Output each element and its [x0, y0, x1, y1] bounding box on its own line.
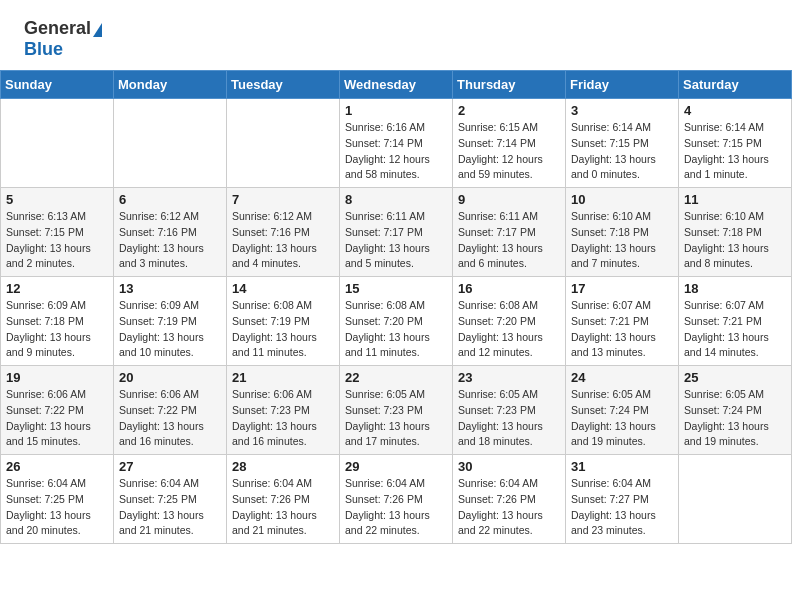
day-cell: 14Sunrise: 6:08 AMSunset: 7:19 PMDayligh… — [227, 277, 340, 366]
day-number: 29 — [345, 459, 447, 474]
day-number: 5 — [6, 192, 108, 207]
day-cell: 12Sunrise: 6:09 AMSunset: 7:18 PMDayligh… — [1, 277, 114, 366]
day-cell: 9Sunrise: 6:11 AMSunset: 7:17 PMDaylight… — [453, 188, 566, 277]
day-number: 6 — [119, 192, 221, 207]
day-info: Sunrise: 6:10 AMSunset: 7:18 PMDaylight:… — [684, 209, 786, 272]
day-info: Sunrise: 6:05 AMSunset: 7:23 PMDaylight:… — [458, 387, 560, 450]
day-info: Sunrise: 6:08 AMSunset: 7:19 PMDaylight:… — [232, 298, 334, 361]
week-row-5: 26Sunrise: 6:04 AMSunset: 7:25 PMDayligh… — [1, 455, 792, 544]
day-cell: 15Sunrise: 6:08 AMSunset: 7:20 PMDayligh… — [340, 277, 453, 366]
day-cell: 31Sunrise: 6:04 AMSunset: 7:27 PMDayligh… — [566, 455, 679, 544]
day-cell: 21Sunrise: 6:06 AMSunset: 7:23 PMDayligh… — [227, 366, 340, 455]
day-cell: 18Sunrise: 6:07 AMSunset: 7:21 PMDayligh… — [679, 277, 792, 366]
day-cell: 1Sunrise: 6:16 AMSunset: 7:14 PMDaylight… — [340, 99, 453, 188]
day-cell: 3Sunrise: 6:14 AMSunset: 7:15 PMDaylight… — [566, 99, 679, 188]
day-number: 18 — [684, 281, 786, 296]
day-number: 26 — [6, 459, 108, 474]
week-row-2: 5Sunrise: 6:13 AMSunset: 7:15 PMDaylight… — [1, 188, 792, 277]
day-number: 2 — [458, 103, 560, 118]
day-number: 13 — [119, 281, 221, 296]
day-cell: 17Sunrise: 6:07 AMSunset: 7:21 PMDayligh… — [566, 277, 679, 366]
day-info: Sunrise: 6:04 AMSunset: 7:25 PMDaylight:… — [119, 476, 221, 539]
day-cell: 29Sunrise: 6:04 AMSunset: 7:26 PMDayligh… — [340, 455, 453, 544]
day-info: Sunrise: 6:09 AMSunset: 7:18 PMDaylight:… — [6, 298, 108, 361]
day-info: Sunrise: 6:08 AMSunset: 7:20 PMDaylight:… — [345, 298, 447, 361]
day-cell: 7Sunrise: 6:12 AMSunset: 7:16 PMDaylight… — [227, 188, 340, 277]
calendar-body: 1Sunrise: 6:16 AMSunset: 7:14 PMDaylight… — [1, 99, 792, 544]
day-cell — [114, 99, 227, 188]
day-cell: 22Sunrise: 6:05 AMSunset: 7:23 PMDayligh… — [340, 366, 453, 455]
day-number: 21 — [232, 370, 334, 385]
day-number: 31 — [571, 459, 673, 474]
weekday-wednesday: Wednesday — [340, 71, 453, 99]
day-cell — [1, 99, 114, 188]
day-info: Sunrise: 6:07 AMSunset: 7:21 PMDaylight:… — [684, 298, 786, 361]
logo: General Blue — [24, 18, 102, 60]
day-number: 23 — [458, 370, 560, 385]
day-cell: 16Sunrise: 6:08 AMSunset: 7:20 PMDayligh… — [453, 277, 566, 366]
weekday-thursday: Thursday — [453, 71, 566, 99]
day-info: Sunrise: 6:04 AMSunset: 7:26 PMDaylight:… — [232, 476, 334, 539]
week-row-3: 12Sunrise: 6:09 AMSunset: 7:18 PMDayligh… — [1, 277, 792, 366]
day-info: Sunrise: 6:12 AMSunset: 7:16 PMDaylight:… — [232, 209, 334, 272]
day-number: 7 — [232, 192, 334, 207]
week-row-4: 19Sunrise: 6:06 AMSunset: 7:22 PMDayligh… — [1, 366, 792, 455]
day-cell: 4Sunrise: 6:14 AMSunset: 7:15 PMDaylight… — [679, 99, 792, 188]
day-info: Sunrise: 6:06 AMSunset: 7:22 PMDaylight:… — [6, 387, 108, 450]
day-cell: 5Sunrise: 6:13 AMSunset: 7:15 PMDaylight… — [1, 188, 114, 277]
day-cell: 11Sunrise: 6:10 AMSunset: 7:18 PMDayligh… — [679, 188, 792, 277]
day-info: Sunrise: 6:16 AMSunset: 7:14 PMDaylight:… — [345, 120, 447, 183]
weekday-friday: Friday — [566, 71, 679, 99]
day-number: 15 — [345, 281, 447, 296]
day-number: 24 — [571, 370, 673, 385]
day-info: Sunrise: 6:11 AMSunset: 7:17 PMDaylight:… — [345, 209, 447, 272]
day-cell: 27Sunrise: 6:04 AMSunset: 7:25 PMDayligh… — [114, 455, 227, 544]
day-info: Sunrise: 6:05 AMSunset: 7:24 PMDaylight:… — [684, 387, 786, 450]
day-cell: 2Sunrise: 6:15 AMSunset: 7:14 PMDaylight… — [453, 99, 566, 188]
day-number: 11 — [684, 192, 786, 207]
day-cell: 13Sunrise: 6:09 AMSunset: 7:19 PMDayligh… — [114, 277, 227, 366]
week-row-1: 1Sunrise: 6:16 AMSunset: 7:14 PMDaylight… — [1, 99, 792, 188]
day-cell: 28Sunrise: 6:04 AMSunset: 7:26 PMDayligh… — [227, 455, 340, 544]
day-cell: 24Sunrise: 6:05 AMSunset: 7:24 PMDayligh… — [566, 366, 679, 455]
day-info: Sunrise: 6:13 AMSunset: 7:15 PMDaylight:… — [6, 209, 108, 272]
day-number: 22 — [345, 370, 447, 385]
weekday-monday: Monday — [114, 71, 227, 99]
day-info: Sunrise: 6:08 AMSunset: 7:20 PMDaylight:… — [458, 298, 560, 361]
day-info: Sunrise: 6:09 AMSunset: 7:19 PMDaylight:… — [119, 298, 221, 361]
weekday-header-row: SundayMondayTuesdayWednesdayThursdayFrid… — [1, 71, 792, 99]
day-number: 10 — [571, 192, 673, 207]
day-number: 4 — [684, 103, 786, 118]
day-info: Sunrise: 6:11 AMSunset: 7:17 PMDaylight:… — [458, 209, 560, 272]
day-cell: 19Sunrise: 6:06 AMSunset: 7:22 PMDayligh… — [1, 366, 114, 455]
day-number: 19 — [6, 370, 108, 385]
day-cell: 6Sunrise: 6:12 AMSunset: 7:16 PMDaylight… — [114, 188, 227, 277]
day-info: Sunrise: 6:07 AMSunset: 7:21 PMDaylight:… — [571, 298, 673, 361]
day-info: Sunrise: 6:05 AMSunset: 7:23 PMDaylight:… — [345, 387, 447, 450]
weekday-tuesday: Tuesday — [227, 71, 340, 99]
day-cell: 23Sunrise: 6:05 AMSunset: 7:23 PMDayligh… — [453, 366, 566, 455]
calendar-table: SundayMondayTuesdayWednesdayThursdayFrid… — [0, 70, 792, 544]
day-info: Sunrise: 6:12 AMSunset: 7:16 PMDaylight:… — [119, 209, 221, 272]
day-number: 28 — [232, 459, 334, 474]
day-number: 30 — [458, 459, 560, 474]
day-number: 3 — [571, 103, 673, 118]
day-info: Sunrise: 6:04 AMSunset: 7:25 PMDaylight:… — [6, 476, 108, 539]
day-number: 9 — [458, 192, 560, 207]
day-cell: 8Sunrise: 6:11 AMSunset: 7:17 PMDaylight… — [340, 188, 453, 277]
day-cell: 30Sunrise: 6:04 AMSunset: 7:26 PMDayligh… — [453, 455, 566, 544]
day-number: 14 — [232, 281, 334, 296]
day-info: Sunrise: 6:14 AMSunset: 7:15 PMDaylight:… — [684, 120, 786, 183]
day-cell: 20Sunrise: 6:06 AMSunset: 7:22 PMDayligh… — [114, 366, 227, 455]
day-info: Sunrise: 6:10 AMSunset: 7:18 PMDaylight:… — [571, 209, 673, 272]
day-number: 1 — [345, 103, 447, 118]
day-number: 8 — [345, 192, 447, 207]
day-number: 12 — [6, 281, 108, 296]
day-info: Sunrise: 6:04 AMSunset: 7:26 PMDaylight:… — [458, 476, 560, 539]
page-header: General Blue — [0, 0, 792, 70]
day-info: Sunrise: 6:04 AMSunset: 7:27 PMDaylight:… — [571, 476, 673, 539]
day-info: Sunrise: 6:05 AMSunset: 7:24 PMDaylight:… — [571, 387, 673, 450]
day-cell: 10Sunrise: 6:10 AMSunset: 7:18 PMDayligh… — [566, 188, 679, 277]
weekday-saturday: Saturday — [679, 71, 792, 99]
day-info: Sunrise: 6:14 AMSunset: 7:15 PMDaylight:… — [571, 120, 673, 183]
